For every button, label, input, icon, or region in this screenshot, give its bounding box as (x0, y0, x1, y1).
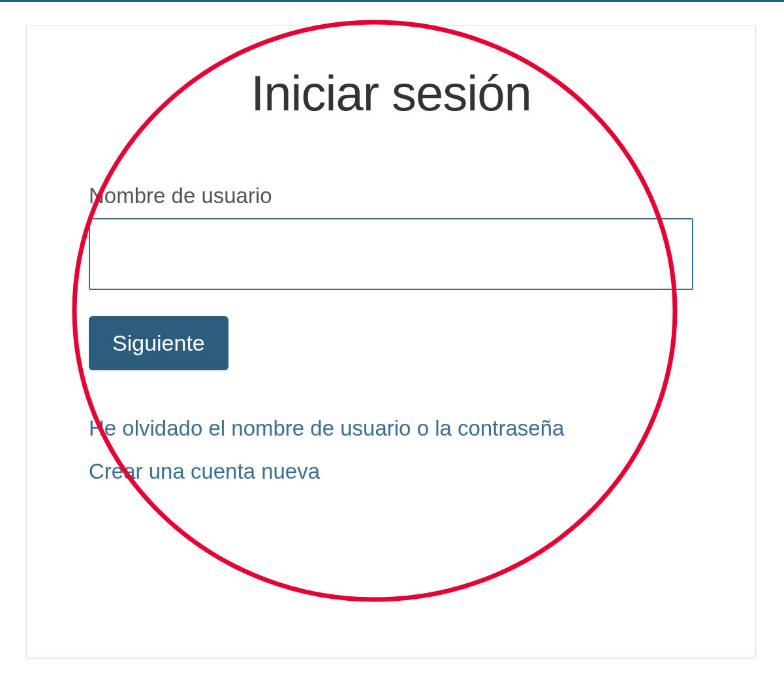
username-label: Nombre de usuario (89, 184, 693, 208)
forgot-link-row: He olvidado el nombre de usuario o la co… (89, 416, 693, 441)
next-button[interactable]: Siguiente (89, 316, 228, 370)
login-card: Iniciar sesión Nombre de usuario Siguien… (26, 25, 756, 658)
username-input[interactable] (89, 218, 693, 290)
create-link-row: Crear una cuenta nueva (89, 459, 693, 484)
create-account-link[interactable]: Crear una cuenta nueva (89, 459, 320, 483)
forgot-credentials-link[interactable]: He olvidado el nombre de usuario o la co… (89, 416, 564, 440)
login-title: Iniciar sesión (89, 65, 693, 121)
